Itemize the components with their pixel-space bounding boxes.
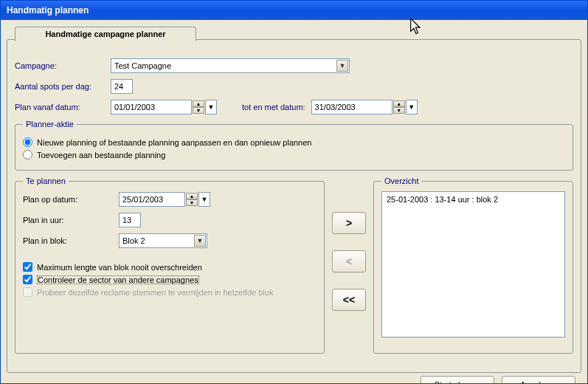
chevron-down-icon: ▼: [208, 103, 215, 111]
radio-new-plan[interactable]: [23, 137, 32, 147]
plan-block-combo[interactable]: Blok 2 ▼: [119, 233, 207, 248]
chk-max-block-length[interactable]: [23, 262, 32, 272]
planner-action-group: Planner-aktie Nieuwe planning of bestaan…: [15, 120, 573, 171]
chk-sector[interactable]: [23, 275, 32, 284]
window-titlebar: Handmatig plannen: [1, 1, 587, 20]
plan-date-value: 25/01/2003: [122, 195, 163, 204]
spots-per-day-input[interactable]: 24: [111, 79, 133, 94]
spots-per-day-value: 24: [114, 82, 123, 91]
label-plan-to: tot en met datum:: [242, 103, 305, 112]
plan-block-value: Blok 2: [122, 236, 145, 245]
plan-hour-value: 13: [122, 216, 131, 224]
radio-append-plan[interactable]: [23, 150, 32, 160]
overzicht-list[interactable]: 25-01-2003 : 13-14 uur : blok 2: [381, 191, 565, 337]
chevron-down-icon: ▼: [201, 196, 208, 203]
chevron-down-icon[interactable]: ▼: [336, 60, 348, 72]
plan-date-spinner[interactable]: ▲ ▼: [186, 193, 198, 206]
chevron-down-icon[interactable]: ▼: [194, 235, 206, 247]
list-item[interactable]: 25-01-2003 : 13-14 uur : blok 2: [387, 195, 560, 204]
overzicht-group: Overzicht 25-01-2003 : 13-14 uur : blok …: [373, 176, 573, 354]
tab-panel: Handmatige campagne planner Campagne: Te…: [7, 39, 581, 373]
start-planner-button[interactable]: Start planner: [421, 376, 494, 384]
plan-hour-input[interactable]: 13: [119, 213, 141, 227]
chevron-down-icon: ▼: [408, 103, 415, 111]
plan-from-value: 01/01/2003: [114, 103, 188, 112]
plan-date-dropdown[interactable]: ▼: [198, 192, 210, 207]
plan-date-input[interactable]: 25/01/2003: [119, 192, 185, 207]
label-spots-per-day: Aantal spots per dag:: [15, 82, 111, 91]
remove-button[interactable]: <: [332, 250, 366, 272]
plan-from-spinner[interactable]: ▲ ▼: [193, 100, 204, 114]
chk-voice-label: Probeer dezelfde reclame-stemmen te verm…: [37, 288, 273, 297]
label-plan-hour: Plan in uur:: [23, 216, 119, 224]
chevron-down-icon[interactable]: ▼: [393, 107, 405, 114]
plan-to-value: 31/03/2003: [315, 103, 389, 112]
campaign-combo[interactable]: Test Campagne ▼: [111, 58, 350, 73]
label-campaign: Campagne:: [15, 61, 111, 70]
add-button[interactable]: >: [332, 212, 366, 234]
plan-from-date[interactable]: 01/01/2003: [111, 100, 192, 114]
radio-append-plan-label: Toevoegen aan bestaande planning: [37, 151, 165, 160]
chevron-down-icon[interactable]: ▼: [193, 107, 204, 114]
chk-max-block-length-label: Maximum lengte van blok nooit overschrei…: [37, 263, 202, 272]
campaign-value: Test Campagne: [114, 61, 171, 70]
chevron-up-icon[interactable]: ▲: [393, 100, 405, 107]
te-plannen-group: Te plannen Plan op datum: 25/01/2003 ▲ ▼…: [15, 176, 325, 354]
label-plan-block: Plan in blok:: [23, 236, 119, 245]
label-plan-from: Plan vanaf datum:: [15, 103, 111, 112]
chevron-up-icon[interactable]: ▲: [193, 100, 204, 107]
label-plan-date: Plan op datum:: [23, 195, 119, 204]
cancel-button[interactable]: Annuleren: [502, 376, 575, 384]
chevron-up-icon[interactable]: ▲: [186, 193, 198, 199]
tab-header[interactable]: Handmatige campagne planner: [15, 27, 196, 41]
chk-voice: [23, 287, 32, 297]
planner-action-legend: Planner-aktie: [23, 120, 77, 128]
plan-to-dropdown[interactable]: ▼: [406, 100, 418, 114]
te-plannen-legend: Te plannen: [23, 176, 69, 185]
overzicht-legend: Overzicht: [381, 176, 421, 185]
plan-to-spinner[interactable]: ▲ ▼: [393, 100, 405, 114]
tab-label: Handmatige campagne planner: [45, 30, 165, 38]
plan-from-dropdown[interactable]: ▼: [205, 100, 217, 114]
chevron-down-icon[interactable]: ▼: [186, 199, 198, 206]
plan-to-date[interactable]: 31/03/2003: [311, 100, 392, 114]
clear-button[interactable]: <<: [332, 289, 366, 311]
radio-new-plan-label: Nieuwe planning of bestaande planning aa…: [37, 138, 311, 147]
chk-sector-label: Controleer de sector van andere campagne…: [37, 275, 199, 284]
window-title: Handmatig plannen: [7, 5, 89, 16]
